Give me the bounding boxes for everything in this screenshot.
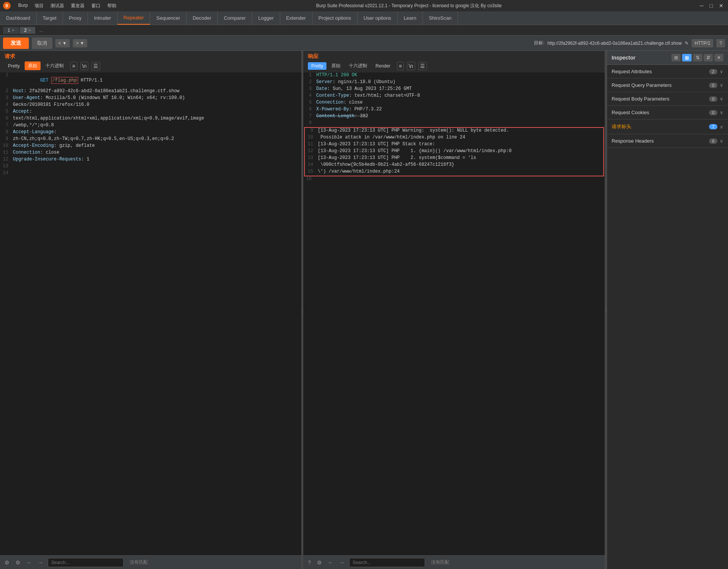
response-line-8: 8 <box>303 120 605 127</box>
maximize-button[interactable]: □ <box>708 3 714 9</box>
title-bar-controls[interactable]: ─ □ ✕ <box>698 3 725 9</box>
nav-user-options[interactable]: User options <box>358 11 398 25</box>
inspector-query-params[interactable]: Request Query Parameters 0 ∨ <box>607 79 728 92</box>
edit-icon[interactable]: ✎ <box>685 41 689 46</box>
tab-1-label: 1 <box>8 28 10 33</box>
http-version-button[interactable]: HTTP/1 <box>692 39 713 47</box>
inspector-request-attributes-chevron: ∨ <box>720 69 723 74</box>
response-panel-title: 响应 <box>308 53 600 60</box>
response-icon-format[interactable]: ≡ <box>397 62 404 70</box>
inspector-view-split[interactable]: ⊞ <box>672 54 681 61</box>
request-panel-tabs: Pretty 原始 十六进制 ≡ \n ☰ <box>5 61 297 70</box>
nav-repeater[interactable]: Repeater <box>118 11 150 25</box>
request-panel: 请求 Pretty 原始 十六进制 ≡ \n ☰ 1 GET /flag.php… <box>0 51 302 569</box>
nav-extender[interactable]: Extender <box>280 11 312 25</box>
tab-more[interactable]: ... <box>36 27 46 34</box>
nav-target[interactable]: Target <box>37 11 63 25</box>
tab-1-close[interactable]: × <box>12 28 14 33</box>
nav-dashboard[interactable]: Dashboard <box>0 11 37 25</box>
request-forward-icon[interactable]: → <box>36 559 45 566</box>
inspector-view-single[interactable]: ▦ <box>682 54 692 61</box>
request-tab-raw[interactable]: 原始 <box>25 61 41 70</box>
nav-project-options[interactable]: Project options <box>312 11 358 25</box>
response-line-5: 5 Connection: close <box>303 100 605 107</box>
tabs-bar: 1 × 2 × ... <box>0 25 728 36</box>
menu-help[interactable]: 帮助 <box>104 2 119 10</box>
nav-intruder[interactable]: Intruder <box>88 11 118 25</box>
nav-back-button[interactable]: < ▼ <box>55 39 70 47</box>
nav-decoder[interactable]: Decoder <box>187 11 218 25</box>
toolbar-right: 目标: http://2fa2962f-a892-42c6-abd2-0a186… <box>534 39 725 47</box>
nav-sequencer[interactable]: Sequencer <box>150 11 187 25</box>
request-icon-menu[interactable]: ☰ <box>91 62 100 70</box>
nav-comparer[interactable]: Comparer <box>218 11 252 25</box>
request-gear-icon[interactable]: ⚙ <box>14 559 22 566</box>
inspector-response-headers-label: Response Headers <box>612 138 654 144</box>
request-line-13: 13 <box>0 163 301 170</box>
response-icon-newline[interactable]: \n <box>407 62 415 70</box>
response-line-4: 4 Content-Type: text/html; charset=UTF-8 <box>303 93 605 100</box>
request-line-6: 6 text/html,application/xhtml+xml,applic… <box>0 116 301 123</box>
inspector-cookies[interactable]: Request Cookies 0 ∨ <box>607 106 728 119</box>
response-line-16: 16 <box>303 176 605 183</box>
menu-project[interactable]: 项目 <box>31 2 47 10</box>
menu-repeater[interactable]: 重发器 <box>68 2 88 10</box>
response-settings-icon[interactable]: ⚙ <box>315 559 323 566</box>
response-tab-render[interactable]: Render <box>372 62 394 70</box>
title-bar-menus[interactable]: Burp 项目 测试器 重发器 窗口 帮助 <box>15 2 119 10</box>
response-tab-hex[interactable]: 十六进制 <box>345 61 370 70</box>
response-content[interactable]: 1 HTTP/1.1 200 OK 2 Server: nginx/1.18.0… <box>303 72 605 555</box>
response-forward-icon[interactable]: → <box>338 559 346 566</box>
response-line-3: 3 Date: Sun, 13 Aug 2023 17:25:26 GMT <box>303 86 605 93</box>
nav-proxy[interactable]: Proxy <box>63 11 88 25</box>
tab-2-close[interactable]: × <box>28 28 31 33</box>
inspector-request-headers[interactable]: 请求标头 7 ∨ <box>607 119 728 134</box>
nav-learn[interactable]: Learn <box>398 11 423 25</box>
inspector-close[interactable]: ✕ <box>714 54 723 61</box>
request-search-input[interactable] <box>48 558 124 567</box>
response-search-input[interactable] <box>349 558 425 567</box>
title-bar-left: B Burp 项目 测试器 重发器 窗口 帮助 <box>3 2 119 10</box>
menu-tester[interactable]: 测试器 <box>47 2 67 10</box>
inspector-sort-desc[interactable]: ⇵ <box>704 54 713 61</box>
inspector-response-headers[interactable]: Response Headers 6 ∨ <box>607 134 728 148</box>
title-bar: B Burp 项目 测试器 重发器 窗口 帮助 Burp Suite Profe… <box>0 0 728 11</box>
nav-logger[interactable]: Logger <box>252 11 280 25</box>
response-tab-pretty[interactable]: Pretty <box>308 62 326 70</box>
response-tab-raw[interactable]: 原始 <box>328 61 344 70</box>
menu-window[interactable]: 窗口 <box>88 2 104 10</box>
inspector-sort-asc[interactable]: ⇅ <box>693 54 702 61</box>
inspector-request-attributes[interactable]: Request Attributes 2 ∨ <box>607 65 728 79</box>
response-icon-menu[interactable]: ☰ <box>418 62 427 70</box>
help-button[interactable]: ? <box>716 39 725 47</box>
inspector-request-headers-label: 请求标头 <box>612 123 631 130</box>
inspector-query-params-count: 0 <box>709 83 717 88</box>
nav-forward-icon: > ▼ <box>76 41 84 46</box>
request-content[interactable]: 1 GET /flag.php HTTP/1.1 2 Host: 2fa2962… <box>0 72 301 555</box>
response-panel: 响应 Pretty 原始 十六进制 Render ≡ \n ☰ 1 HTTP/1… <box>303 51 605 569</box>
request-tab-hex[interactable]: 十六进制 <box>42 61 67 70</box>
minimize-button[interactable]: ─ <box>698 3 705 9</box>
request-back-icon[interactable]: ← <box>25 559 33 566</box>
nav-forward-button[interactable]: > ▼ <box>73 39 87 47</box>
tab-2[interactable]: 2 × <box>20 27 36 34</box>
nav-shiroscan[interactable]: ShiroScan <box>423 11 458 25</box>
request-settings-icon[interactable]: ⚙ <box>3 559 11 566</box>
request-tab-pretty[interactable]: Pretty <box>5 62 23 70</box>
cancel-button[interactable]: 取消 <box>32 38 52 49</box>
response-back-icon[interactable]: ← <box>326 559 335 566</box>
request-icon-newline[interactable]: \n <box>80 62 89 70</box>
request-icon-format[interactable]: ≡ <box>70 62 77 70</box>
inspector-panel: Inspector ⊞ ▦ ⇅ ⇵ ✕ Request Attributes 2… <box>607 51 728 569</box>
close-button[interactable]: ✕ <box>717 3 725 9</box>
response-question-icon[interactable]: ? <box>306 559 312 566</box>
request-line-3: 3 User-Agent: Mozilla/5.0 (Windows NT 10… <box>0 95 301 102</box>
menu-burp[interactable]: Burp <box>15 2 31 10</box>
send-button[interactable]: 发送 <box>3 38 29 49</box>
response-line-14: 14 \000ctfshow{9c5b4edb-0b21-4ab2-af56-6… <box>305 162 603 169</box>
response-line-15: 15 \') /var/www/html/index.php:24 <box>305 169 603 176</box>
inspector-body-params[interactable]: Request Body Parameters 0 ∨ <box>607 92 728 106</box>
inspector-query-params-label: Request Query Parameters <box>612 82 672 88</box>
response-line-1: 1 HTTP/1.1 200 OK <box>303 72 605 79</box>
tab-1[interactable]: 1 × <box>3 27 19 34</box>
